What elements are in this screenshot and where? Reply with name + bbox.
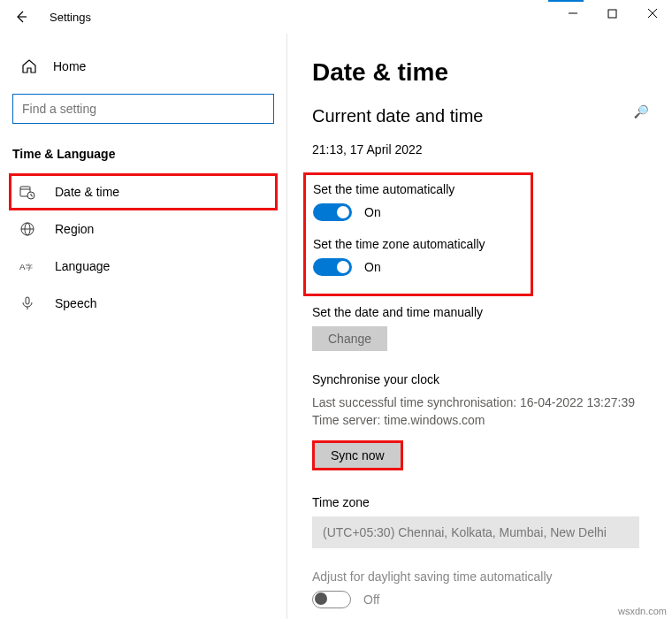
svg-text:A: A xyxy=(19,262,26,271)
search-icon: 🔍 xyxy=(634,104,649,118)
search-input[interactable] xyxy=(12,94,274,124)
sync-now-button[interactable]: Sync now xyxy=(315,443,401,468)
current-datetime: 21:13, 17 April 2022 xyxy=(312,142,654,157)
timezone-select[interactable]: (UTC+05:30) Chennai, Kolkata, Mumbai, Ne… xyxy=(312,516,639,548)
change-button: Change xyxy=(312,326,387,351)
sidebar-item-date-time[interactable]: Date & time xyxy=(9,173,278,210)
sidebar-item-label: Region xyxy=(55,222,94,236)
microphone-icon xyxy=(19,295,37,311)
window-title: Settings xyxy=(50,11,91,24)
dst-toggle xyxy=(312,591,351,608)
dst-label: Adjust for daylight saving time automati… xyxy=(312,569,654,584)
sync-server-line: Time server: time.windows.com xyxy=(312,411,654,429)
auto-time-label: Set the time automatically xyxy=(313,182,523,196)
close-button[interactable] xyxy=(632,0,672,27)
svg-rect-14 xyxy=(26,297,29,304)
tz-heading: Time zone xyxy=(312,495,654,509)
auto-tz-state: On xyxy=(364,260,381,274)
highlight-auto-settings: Set the time automatically On Set the ti… xyxy=(303,172,533,296)
sidebar: Home 🔍 Time & Language Date & time Regio… xyxy=(0,34,287,619)
manual-label: Set the date and time manually xyxy=(312,305,654,319)
section-subheading: Current date and time xyxy=(312,106,654,126)
sync-heading: Synchronise your clock xyxy=(312,372,654,386)
dst-state: Off xyxy=(363,592,379,607)
main-content: Date & time Current date and time 21:13,… xyxy=(287,34,672,619)
minimize-button[interactable] xyxy=(553,0,592,27)
home-icon xyxy=(21,58,37,74)
sync-last-line: Last successful time synchronisation: 16… xyxy=(312,394,654,411)
sidebar-item-label: Language xyxy=(55,259,110,273)
page-title: Date & time xyxy=(312,58,654,87)
back-button[interactable] xyxy=(9,4,34,29)
calendar-clock-icon xyxy=(19,184,37,200)
watermark: wsxdn.com xyxy=(618,606,667,616)
auto-tz-label: Set the time zone automatically xyxy=(313,237,523,251)
auto-tz-toggle[interactable] xyxy=(313,258,352,276)
home-nav[interactable]: Home xyxy=(0,51,286,81)
sync-highlight: Sync now xyxy=(312,440,403,470)
svg-rect-1 xyxy=(608,10,616,18)
sidebar-item-label: Date & time xyxy=(55,185,119,199)
auto-time-state: On xyxy=(364,205,381,219)
globe-icon xyxy=(19,221,37,237)
category-heading: Time & Language xyxy=(0,124,286,173)
maximize-button[interactable] xyxy=(592,0,632,27)
svg-text:字: 字 xyxy=(26,264,33,271)
sidebar-item-speech[interactable]: Speech xyxy=(0,285,286,322)
auto-time-toggle[interactable] xyxy=(313,203,352,221)
language-icon: A字 xyxy=(19,258,37,274)
sidebar-item-region[interactable]: Region xyxy=(0,210,286,248)
sidebar-item-language[interactable]: A字 Language xyxy=(0,248,286,285)
sidebar-item-label: Speech xyxy=(55,296,96,310)
home-label: Home xyxy=(53,59,86,73)
